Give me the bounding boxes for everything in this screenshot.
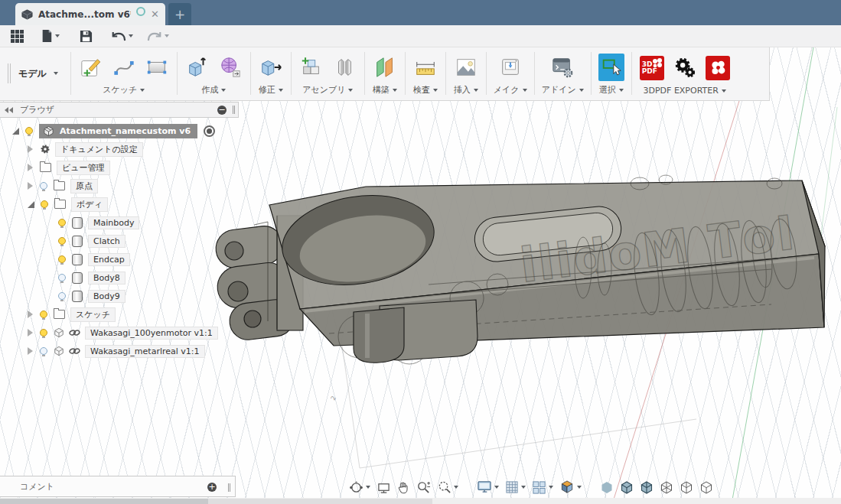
group-label-make[interactable]: メイク bbox=[494, 84, 527, 98]
style-shaded-edges-button[interactable] bbox=[620, 480, 634, 495]
tree-item-named-views[interactable]: ビュー管理 bbox=[0, 159, 266, 176]
collapsed-arrow-icon[interactable] bbox=[28, 164, 33, 171]
close-tab-icon[interactable]: ✕ bbox=[151, 9, 159, 19]
joint-button[interactable] bbox=[331, 54, 357, 81]
group-label-construct[interactable]: 構築 bbox=[373, 84, 397, 98]
grid-display-button[interactable] bbox=[505, 480, 526, 494]
new-component-button[interactable] bbox=[298, 54, 324, 81]
tree-item-origin[interactable]: 原点 bbox=[0, 177, 266, 194]
root-component-chip[interactable]: Atachment_namecustom v6 bbox=[39, 124, 197, 138]
toolbar-grip[interactable] bbox=[8, 63, 8, 83]
tree-item-root-component[interactable]: Atachment_namecustom v6 bbox=[0, 122, 251, 139]
collapse-panel-icon[interactable] bbox=[5, 107, 14, 113]
zoom-button[interactable] bbox=[416, 480, 431, 495]
group-label-assemble[interactable]: アセンブリ bbox=[302, 84, 353, 98]
file-menu-button[interactable] bbox=[41, 29, 60, 43]
tree-item-bodies[interactable]: ボディ bbox=[0, 196, 266, 213]
hide-all-icon[interactable]: − bbox=[217, 106, 227, 115]
redo-button[interactable] bbox=[147, 31, 169, 42]
visibility-bulb-icon[interactable] bbox=[58, 219, 66, 226]
visibility-bulb-icon[interactable] bbox=[58, 255, 66, 263]
group-label-insert[interactable]: 挿入 bbox=[454, 84, 478, 98]
workspace-selector[interactable]: モデル bbox=[0, 47, 70, 100]
tree-item-sketches[interactable]: スケッチ bbox=[0, 306, 266, 323]
select-button[interactable] bbox=[598, 54, 624, 81]
group-label-addins[interactable]: アドイン bbox=[542, 84, 584, 98]
tree-item-endcap[interactable]: Endcap bbox=[0, 251, 297, 268]
visibility-bulb-icon[interactable] bbox=[40, 347, 47, 355]
group-label-3dpdf-exporter[interactable]: 3DPDF EXPORTER bbox=[643, 86, 725, 98]
spline-button[interactable] bbox=[111, 54, 137, 81]
visibility-bulb-icon[interactable] bbox=[58, 292, 66, 300]
group-label-modify[interactable]: 修正 bbox=[259, 84, 283, 98]
viewports-button[interactable] bbox=[532, 480, 553, 495]
expanded-arrow-icon[interactable] bbox=[12, 128, 19, 135]
collapsed-arrow-icon[interactable] bbox=[28, 347, 33, 355]
style-shaded-button[interactable] bbox=[600, 480, 614, 495]
measure-button[interactable] bbox=[412, 54, 438, 81]
tree-item-body8[interactable]: Body8 bbox=[0, 269, 297, 286]
data-panel-button[interactable] bbox=[11, 30, 24, 43]
make-button[interactable] bbox=[497, 54, 523, 81]
visibility-bulb-icon[interactable] bbox=[40, 182, 47, 190]
expanded-arrow-icon[interactable] bbox=[28, 201, 34, 208]
save-button[interactable] bbox=[80, 30, 93, 43]
tree-item-label: Wakasagi_metarlreal v1:1 bbox=[85, 345, 205, 358]
press-pull-button[interactable] bbox=[258, 54, 284, 81]
view-orientation-button[interactable] bbox=[559, 480, 582, 495]
tree-item-wakasagi-metarlreal[interactable]: Wakasagi_metarlreal v1:1 bbox=[0, 343, 266, 359]
look-at-button[interactable] bbox=[376, 481, 391, 494]
visibility-bulb-icon[interactable] bbox=[58, 237, 66, 245]
panel-grip[interactable] bbox=[228, 483, 229, 492]
construction-plane-button[interactable] bbox=[372, 54, 398, 81]
collapsed-arrow-icon[interactable] bbox=[28, 311, 33, 318]
undo-icon bbox=[111, 31, 126, 42]
create-form-button[interactable] bbox=[217, 54, 243, 81]
extrude-button[interactable] bbox=[184, 54, 210, 81]
group-label-inspect[interactable]: 検査 bbox=[413, 84, 438, 98]
collapsed-arrow-icon[interactable] bbox=[28, 145, 33, 153]
measure-icon bbox=[414, 56, 437, 79]
tree-item-document-settings[interactable]: ドキュメントの設定 bbox=[0, 141, 266, 158]
exporter-settings-button[interactable] bbox=[672, 54, 698, 82]
style-shaded-hidden-edges-button[interactable] bbox=[640, 480, 654, 495]
new-tab-button[interactable]: + bbox=[168, 3, 191, 25]
group-assemble: アセンブリ bbox=[292, 47, 364, 100]
visibility-bulb-icon[interactable] bbox=[40, 329, 47, 337]
quick-access-toolbar bbox=[0, 25, 841, 47]
style-wireframe-hidden-button[interactable] bbox=[660, 480, 673, 495]
style-wireframe-button[interactable] bbox=[699, 480, 713, 495]
visibility-bulb-icon[interactable] bbox=[41, 200, 48, 208]
orbit-button[interactable] bbox=[349, 480, 370, 495]
activate-component-radio[interactable] bbox=[204, 125, 215, 137]
visibility-bulb-icon[interactable] bbox=[58, 274, 66, 281]
display-settings-button[interactable] bbox=[477, 480, 499, 494]
style-wireframe-visible-button[interactable] bbox=[680, 480, 693, 495]
collapsed-arrow-icon[interactable] bbox=[28, 329, 33, 337]
add-comment-icon[interactable]: + bbox=[207, 483, 217, 492]
browser-header[interactable]: ブラウザ − bbox=[0, 102, 239, 118]
create-sketch-button[interactable] bbox=[78, 54, 104, 81]
visibility-bulb-icon[interactable] bbox=[40, 311, 47, 318]
undo-button[interactable] bbox=[111, 31, 133, 42]
rectangle-button[interactable] bbox=[144, 54, 170, 81]
exporter-about-button[interactable] bbox=[705, 54, 731, 82]
scripts-addins-button[interactable] bbox=[549, 54, 575, 81]
group-label-sketch[interactable]: スケッチ bbox=[103, 84, 145, 98]
tree-item-body9[interactable]: Body9 bbox=[0, 288, 297, 304]
comments-bar[interactable]: コメント + bbox=[0, 476, 236, 497]
visibility-bulb-icon[interactable] bbox=[25, 127, 33, 135]
group-label-create[interactable]: 作成 bbox=[201, 84, 226, 98]
insert-button[interactable] bbox=[453, 54, 479, 81]
panel-grip[interactable] bbox=[233, 106, 233, 114]
view-orientation-icon bbox=[559, 480, 575, 495]
document-tab[interactable]: Atachme...tom v6* ✕ bbox=[15, 3, 165, 25]
tree-item-wakasagi-100yenmotor[interactable]: Wakasagi_100yenmotor v1:1 bbox=[0, 324, 266, 341]
tree-item-clatch[interactable]: Clatch bbox=[0, 232, 297, 249]
zoom-window-button[interactable] bbox=[437, 480, 458, 495]
group-label-select[interactable]: 選択 bbox=[599, 84, 624, 98]
collapsed-arrow-icon[interactable] bbox=[28, 182, 33, 190]
pan-button[interactable] bbox=[397, 480, 410, 494]
3dpdf-export-button[interactable]: 3D PDF bbox=[639, 54, 665, 82]
tree-item-mainbody[interactable]: Mainbody bbox=[0, 214, 297, 231]
